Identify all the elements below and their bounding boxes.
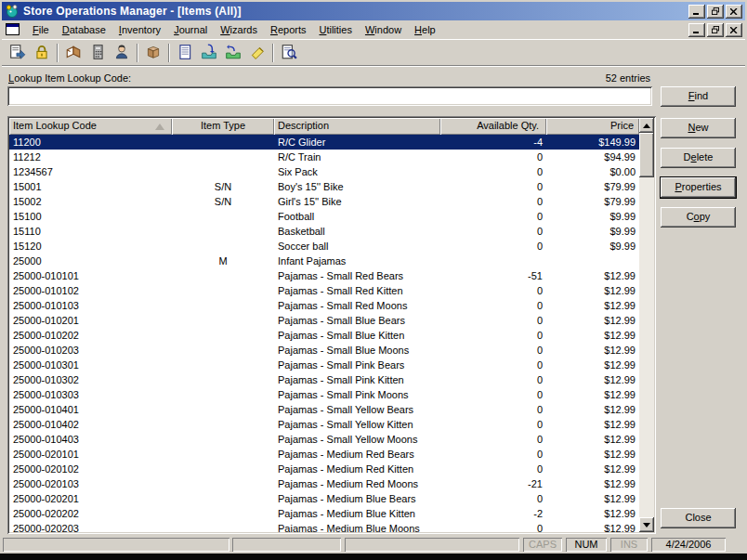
status-segment-2: [232, 538, 341, 552]
toolbar-separator: [137, 44, 138, 62]
report-preview-toolbar-button[interactable]: [277, 42, 301, 64]
cell-type: [172, 447, 274, 462]
menu-journal[interactable]: Journal: [167, 22, 214, 37]
table-row[interactable]: 11212R/C Train0$94.99: [9, 150, 639, 164]
mdi-minimize-button[interactable]: [688, 23, 705, 37]
package-toolbar-button[interactable]: [141, 42, 165, 64]
status-date: 4/24/2006: [651, 538, 726, 552]
table-row[interactable]: 25000-010201Pajamas - Small Blue Bears0$…: [9, 313, 639, 328]
open-box-toolbar-button[interactable]: [61, 42, 85, 64]
issue-inventory-toolbar-button[interactable]: [221, 42, 245, 64]
mdi-restore-button[interactable]: [707, 23, 724, 37]
menu-utilities[interactable]: Utilities: [312, 22, 358, 37]
menu-window[interactable]: Window: [359, 22, 408, 37]
delete-button[interactable]: Delete: [661, 148, 736, 168]
table-row[interactable]: 25000-020102Pajamas - Medium Red Kitten0…: [9, 462, 639, 476]
table-row[interactable]: 25000-010403Pajamas - Small Yellow Moons…: [9, 432, 639, 447]
lookup-label: Lookup Item Lookup Code:: [8, 72, 131, 84]
column-header-description[interactable]: Description: [274, 118, 440, 135]
table-row[interactable]: 15100Football0$9.99: [9, 209, 639, 224]
table-row[interactable]: 1234567Six Pack0$0.00: [9, 164, 639, 179]
cell-qty: [440, 254, 546, 268]
column-header-price[interactable]: Price: [546, 118, 639, 135]
table-row[interactable]: 25000-010103Pajamas - Small Red Moons0$1…: [9, 298, 639, 313]
menu-file[interactable]: File: [26, 22, 56, 37]
cell-desc: Pajamas - Small Yellow Kitten: [274, 417, 440, 432]
table-row[interactable]: 15110Basketball0$9.99: [9, 224, 639, 239]
report-preview-icon: [281, 44, 297, 62]
minimize-button[interactable]: [688, 5, 705, 19]
window-title: Store Operations Manager - [Items (All)]: [23, 5, 242, 18]
eraser-toolbar-button[interactable]: [245, 42, 269, 64]
table-row[interactable]: 25000-010101Pajamas - Small Red Bears-51…: [9, 268, 639, 283]
table-row[interactable]: 25000-010401Pajamas - Small Yellow Bears…: [9, 402, 639, 417]
cell-type: [172, 268, 274, 283]
cell-desc: Basketball: [274, 224, 440, 239]
find-button[interactable]: Find: [661, 86, 736, 107]
cell-type: [172, 164, 274, 179]
receive-inventory-toolbar-button[interactable]: [197, 42, 221, 64]
mdi-close-button[interactable]: [726, 23, 742, 37]
table-row[interactable]: 11200R/C Glider-4$149.99: [9, 135, 639, 150]
scroll-down-button[interactable]: [639, 517, 654, 532]
column-header-available-qty[interactable]: Available Qty.: [440, 118, 546, 135]
menu-database[interactable]: Database: [56, 22, 112, 37]
table-row[interactable]: 15002S/NGirl's 15'' Bike0$79.99: [9, 194, 639, 209]
entries-count: 52 entries: [606, 72, 650, 84]
document-window-icon[interactable]: [6, 23, 20, 36]
table-row[interactable]: 25000-010402Pajamas - Small Yellow Kitte…: [9, 417, 639, 432]
close-button[interactable]: [726, 5, 742, 19]
cell-code: 25000: [9, 254, 172, 268]
column-header-item-type[interactable]: Item Type: [172, 118, 274, 135]
cell-type: [172, 135, 274, 150]
table-row[interactable]: 25000-010102Pajamas - Small Red Kitten0$…: [9, 283, 639, 298]
cell-type: [172, 239, 274, 254]
menu-inventory[interactable]: Inventory: [112, 22, 167, 37]
journal-toolbar-button[interactable]: [173, 42, 197, 64]
calculator-toolbar-button[interactable]: [85, 42, 110, 64]
table-row[interactable]: 25000-020202Pajamas - Medium Blue Kitten…: [9, 506, 639, 521]
title-bar[interactable]: Store Operations Manager - [Items (All)]: [2, 2, 745, 20]
status-bar: CAPS NUM INS 4/24/2006: [2, 536, 745, 553]
menu-help[interactable]: Help: [408, 22, 442, 37]
cell-price: $12.99: [546, 328, 639, 343]
column-header-item-lookup-code[interactable]: Item Lookup Code: [9, 118, 172, 135]
cell-code: 15001: [9, 179, 172, 194]
copy-button[interactable]: Copy: [661, 207, 736, 228]
table-row[interactable]: 25000-010202Pajamas - Small Blue Kitten0…: [9, 328, 639, 343]
properties-button[interactable]: Properties: [661, 177, 736, 198]
cell-type: [172, 521, 274, 532]
cell-price: $12.99: [546, 372, 639, 387]
table-row[interactable]: 25000-020201Pajamas - Medium Blue Bears0…: [9, 491, 639, 506]
table-row[interactable]: 25000-020101Pajamas - Medium Red Bears0$…: [9, 447, 639, 462]
cell-desc: Boy's 15'' Bike: [274, 179, 440, 194]
cell-code: 25000-010201: [9, 313, 172, 328]
cell-qty: 0: [440, 387, 546, 402]
cell-desc: Pajamas - Small Yellow Moons: [274, 432, 440, 447]
table-row[interactable]: 25000-010303Pajamas - Small Pink Moons0$…: [9, 387, 639, 402]
lookup-input[interactable]: [7, 86, 652, 106]
cell-price: $12.99: [546, 521, 639, 532]
table-row[interactable]: 25000-010302Pajamas - Small Pink Kitten0…: [9, 372, 639, 387]
cell-qty: 0: [440, 417, 546, 432]
pos-register-toolbar-button[interactable]: [6, 42, 30, 64]
menu-reports[interactable]: Reports: [264, 22, 313, 37]
cell-code: 15002: [9, 194, 172, 209]
close-list-button[interactable]: Close: [661, 508, 736, 528]
restore-button[interactable]: [707, 5, 724, 19]
table-row[interactable]: 25000MInfant Pajamas: [9, 254, 639, 268]
table-row[interactable]: 25000-010301Pajamas - Small Pink Bears0$…: [9, 358, 639, 372]
table-row[interactable]: 15120Soccer ball0$9.99: [9, 239, 639, 254]
table-row[interactable]: 15001S/NBoy's 15'' Bike0$79.99: [9, 179, 639, 194]
scroll-up-button[interactable]: [639, 118, 654, 133]
cell-type: [172, 283, 274, 298]
customers-toolbar-button[interactable]: [110, 42, 134, 64]
table-row[interactable]: 25000-010203Pajamas - Small Blue Moons0$…: [9, 343, 639, 358]
table-row[interactable]: 25000-020203Pajamas - Medium Blue Moons0…: [9, 521, 639, 532]
menu-wizards[interactable]: Wizards: [214, 22, 264, 37]
vertical-scrollbar[interactable]: [639, 118, 654, 532]
new-button[interactable]: New: [661, 118, 736, 138]
lock-toolbar-button[interactable]: [30, 42, 54, 64]
scrollbar-thumb[interactable]: [639, 133, 654, 177]
table-row[interactable]: 25000-020103Pajamas - Medium Red Moons-2…: [9, 476, 639, 491]
